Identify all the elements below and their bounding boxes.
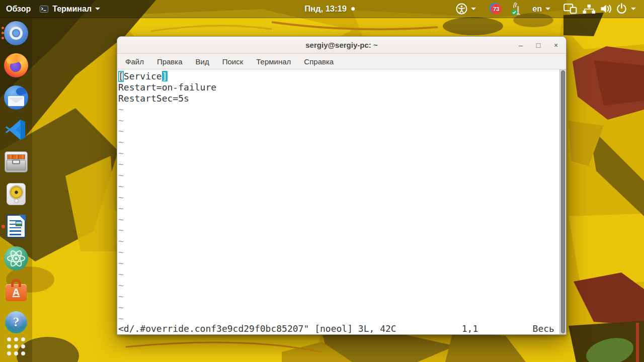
wired-network-icon bbox=[582, 4, 596, 14]
image-placeholder bbox=[16, 221, 22, 226]
chevron-down-icon bbox=[95, 8, 100, 10]
volume-icon bbox=[600, 4, 613, 14]
menu-file[interactable]: Файл bbox=[119, 57, 150, 66]
libreoffice-writer-icon bbox=[7, 215, 26, 238]
dock-item-libreoffice-writer[interactable] bbox=[4, 214, 28, 238]
chevron-down-icon bbox=[471, 8, 476, 10]
speaker-cone bbox=[10, 186, 23, 199]
menu-view[interactable]: Вид bbox=[189, 57, 216, 66]
vim-tilde-line: ~ bbox=[118, 236, 566, 247]
vim-tilde-line: ~ bbox=[118, 203, 566, 214]
accessibility-menu[interactable] bbox=[456, 3, 476, 15]
section-name: Service bbox=[124, 71, 162, 81]
dock-item-help[interactable]: ? bbox=[4, 310, 28, 334]
power-menu[interactable] bbox=[616, 3, 636, 15]
vim-tilde-line: ~ bbox=[118, 302, 566, 313]
running-indicator-dot bbox=[2, 27, 4, 29]
window-title: sergiy@sergiy-pc: ~ bbox=[117, 41, 566, 49]
running-indicator-dot bbox=[2, 225, 5, 228]
help-icon: ? bbox=[5, 311, 27, 333]
menu-terminal[interactable]: Терминал bbox=[250, 57, 297, 66]
app-menu-label: Терминал bbox=[52, 5, 92, 14]
maximize-button[interactable]: □ bbox=[535, 42, 542, 49]
dock-item-thunderbird[interactable] bbox=[4, 85, 28, 110]
accessibility-icon bbox=[456, 3, 467, 15]
screencast-indicator[interactable] bbox=[564, 4, 577, 14]
vim-tilde-line: ~ bbox=[118, 313, 566, 324]
vim-status-line: <d/.#override.conf3e9cd29f0bc85207" [noe… bbox=[118, 323, 554, 334]
dock-item-app-grid[interactable] bbox=[4, 334, 28, 358]
scrollbar[interactable] bbox=[559, 69, 566, 334]
firefox-icon bbox=[4, 53, 28, 77]
keyboard-layout-label: en bbox=[532, 5, 542, 14]
dock-item-vscode[interactable] bbox=[4, 118, 28, 142]
vim-tilde-line: ~ bbox=[118, 214, 566, 225]
terminal-icon bbox=[40, 6, 48, 13]
bird-shape bbox=[15, 86, 26, 97]
vim-tilde-line: ~ bbox=[118, 258, 566, 269]
vim-tilde-line: ~ bbox=[118, 137, 566, 148]
vim-tilde-line: ~ bbox=[118, 126, 566, 137]
notification-badge[interactable]: 73 bbox=[489, 2, 503, 16]
vim-tilde-line: ~ bbox=[118, 181, 566, 192]
vim-tilde-line: ~ bbox=[118, 225, 566, 236]
clock-button[interactable]: Пнд, 13:19 bbox=[304, 4, 355, 14]
antenna-indicator[interactable] bbox=[511, 3, 523, 16]
vim-tilde-line: ~ bbox=[118, 115, 566, 126]
speaker-tweeter bbox=[14, 199, 19, 203]
ubuntu-software-icon: A bbox=[6, 284, 27, 301]
vim-cursor: [ bbox=[118, 71, 124, 82]
atom-orbits bbox=[4, 246, 28, 270]
dock-item-music-player[interactable] bbox=[4, 182, 28, 206]
activities-button[interactable]: Обзор bbox=[6, 5, 31, 14]
dock-item-firefox[interactable] bbox=[4, 53, 28, 77]
vim-tilde-line: ~ bbox=[118, 280, 566, 291]
vim-tilde-line: ~ bbox=[118, 104, 566, 115]
vim-tilde-line: ~ bbox=[118, 269, 566, 280]
window-titlebar[interactable]: sergiy@sergiy-pc: ~ – □ × bbox=[117, 37, 566, 54]
matching-bracket-highlight: ] bbox=[162, 71, 168, 81]
envelope-flap bbox=[8, 98, 24, 103]
terminal-screen[interactable]: [Service] Restart=on-failure RestartSec=… bbox=[117, 69, 566, 334]
speaker-music-icon bbox=[7, 183, 26, 205]
chevron-down-icon bbox=[545, 8, 550, 10]
top-panel: Обзор Терминал Пнд, 13:19 73 en bbox=[0, 0, 644, 18]
drawer-handle bbox=[12, 160, 20, 164]
badge-count: 73 bbox=[493, 6, 499, 12]
clock-label: Пнд, 13:19 bbox=[304, 4, 347, 14]
power-icon bbox=[616, 3, 627, 15]
vim-tilde-line: ~ bbox=[118, 170, 566, 181]
wired-network-menu[interactable] bbox=[582, 4, 596, 14]
vim-tilde-line: ~ bbox=[118, 192, 566, 203]
terminal-line-1: [Service] bbox=[118, 71, 566, 82]
keyboard-layout-menu[interactable]: en bbox=[532, 5, 550, 14]
terminal-line-2: Restart=on-failure bbox=[118, 82, 566, 93]
screencast-icon bbox=[564, 4, 577, 14]
drawer-files bbox=[7, 153, 25, 159]
bag-handle bbox=[11, 279, 21, 287]
thunderbird-icon bbox=[4, 85, 28, 110]
minimize-button[interactable]: – bbox=[517, 42, 524, 49]
dock-item-file-cabinet[interactable] bbox=[4, 150, 28, 174]
dock-item-atom[interactable] bbox=[4, 246, 28, 270]
question-glyph: ? bbox=[13, 315, 20, 330]
terminal-window: sergiy@sergiy-pc: ~ – □ × Файл Правка Ви… bbox=[117, 36, 567, 335]
chevron-down-icon bbox=[631, 8, 636, 10]
dock-item-chromium[interactable] bbox=[4, 21, 28, 45]
volume-menu[interactable] bbox=[600, 4, 613, 14]
badge-icon: 73 bbox=[489, 2, 503, 16]
scrollbar-thumb[interactable] bbox=[561, 70, 565, 333]
atom-icon bbox=[4, 246, 28, 270]
close-button[interactable]: × bbox=[552, 42, 559, 49]
menu-bar: Файл Правка Вид Поиск Терминал Справка bbox=[117, 54, 566, 69]
vim-tilde-line: ~ bbox=[118, 247, 566, 258]
dock-item-ubuntu-software[interactable]: A bbox=[4, 279, 28, 303]
vscode-icon bbox=[5, 118, 28, 141]
file-cabinet-icon bbox=[5, 151, 28, 172]
menu-edit[interactable]: Правка bbox=[150, 57, 189, 66]
bag-letter: A bbox=[6, 287, 27, 298]
menu-search[interactable]: Поиск bbox=[216, 57, 250, 66]
menu-help[interactable]: Справка bbox=[297, 57, 340, 66]
app-menu-button[interactable]: Терминал bbox=[40, 5, 100, 14]
vim-tilde-line: ~ bbox=[118, 148, 566, 159]
